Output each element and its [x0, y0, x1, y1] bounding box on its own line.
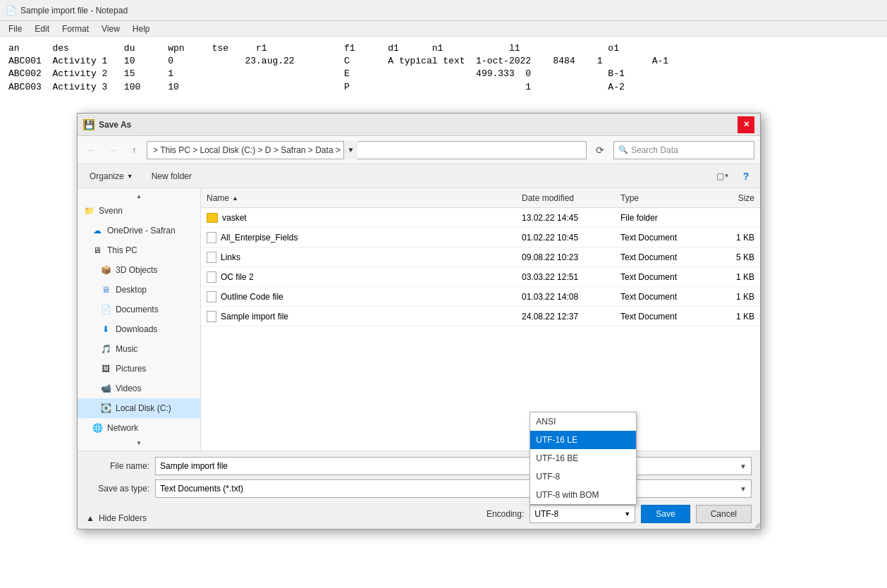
file-modified: 03.03.22 12:51	[522, 272, 620, 282]
file-row[interactable]: Sample import file 24.08.22 12:37 Text D…	[201, 307, 760, 326]
file-list: vasket 13.02.22 14:45 File folder All_En…	[201, 208, 760, 451]
encoding-option-utf8[interactable]: UTF-8	[530, 467, 636, 486]
search-placeholder: Search Data	[631, 145, 678, 155]
sort-arrow-icon: ▲	[232, 195, 238, 202]
file-size: 1 KB	[705, 233, 754, 243]
column-modified[interactable]: Date modified	[522, 193, 620, 203]
forward-button[interactable]: →	[104, 142, 121, 159]
sidebar-item-label: Network	[107, 423, 138, 433]
downloads-folder-icon: ⬇	[100, 324, 111, 335]
column-name[interactable]: Name ▲	[207, 193, 522, 203]
encoding-option-ansi[interactable]: ANSI	[530, 412, 636, 431]
dialog-icon: 💾	[83, 119, 94, 130]
file-modified: 01.03.22 14:08	[522, 292, 620, 302]
menu-format[interactable]: Format	[56, 23, 94, 35]
sidebar-item-3d-objects[interactable]: 📦 3D Objects	[78, 260, 200, 280]
encoding-option-utf16le[interactable]: UTF-16 LE	[530, 431, 636, 449]
sidebar-item-label: Documents	[116, 305, 159, 314]
disk-icon: 💽	[100, 403, 111, 414]
encoding-dropdown: ANSI UTF-16 LE UTF-16 BE UTF-8 UTF-8 wit…	[530, 412, 637, 505]
encoding-value: UTF-8	[534, 509, 558, 519]
sidebar-item-label: 3D Objects	[116, 265, 157, 275]
back-button[interactable]: ←	[83, 142, 100, 159]
sidebar-item-network[interactable]: 🌐 Network	[78, 418, 200, 438]
pictures-folder-icon: 🖼	[100, 363, 111, 374]
sidebar-item-label: Downloads	[116, 324, 157, 334]
column-type[interactable]: Type	[620, 193, 705, 203]
menu-help[interactable]: Help	[127, 23, 156, 35]
search-box[interactable]: 🔍 Search Data	[613, 141, 754, 159]
organize-button[interactable]: Organize ▼	[83, 168, 140, 185]
menu-file[interactable]: File	[3, 23, 27, 35]
file-type: Text Document	[620, 292, 705, 302]
help-button[interactable]: ?	[738, 168, 754, 185]
text-file-icon	[207, 291, 216, 302]
text-file-icon	[207, 311, 216, 322]
sidebar-item-onedrive[interactable]: ☁ OneDrive - Safran	[78, 221, 200, 240]
refresh-button[interactable]: ⟳	[591, 141, 609, 159]
sidebar-item-this-pc[interactable]: 🖥 This PC	[78, 240, 200, 260]
notepad-icon: 📄	[6, 6, 16, 16]
dialog-titlebar: 💾 Save As ✕	[78, 114, 760, 136]
dialog-close-button[interactable]: ✕	[738, 116, 754, 133]
filename-input[interactable]: Sample import file ▼	[155, 457, 752, 475]
encoding-container: UTF-8 ▼ ANSI UTF-16 LE UTF-16 BE UTF-8 U…	[530, 505, 635, 523]
view-button[interactable]: ▢ ▼	[714, 168, 732, 185]
file-row[interactable]: OC file 2 03.03.22 12:51 Text Document 1…	[201, 267, 760, 287]
file-type: File folder	[620, 213, 705, 223]
sidebar-item-documents[interactable]: 📄 Documents	[78, 300, 200, 319]
sidebar-item-videos[interactable]: 📹 Videos	[78, 379, 200, 398]
sidebar-scroll-up[interactable]: ▲	[78, 191, 200, 201]
resize-handle[interactable]: ⊿	[752, 520, 760, 529]
sidebar-item-pictures[interactable]: 🖼 Pictures	[78, 359, 200, 379]
encoding-select[interactable]: UTF-8 ▼	[530, 505, 635, 523]
organize-label: Organize	[90, 171, 124, 181]
menu-view[interactable]: View	[96, 23, 126, 35]
savetype-input[interactable]: Text Documents (*.txt) ▼	[155, 479, 752, 498]
file-size: 5 KB	[705, 252, 754, 262]
file-size: 1 KB	[705, 272, 754, 282]
file-row[interactable]: Outline Code file 01.03.22 14:08 Text Do…	[201, 287, 760, 307]
savetype-label: Save as type:	[86, 484, 149, 494]
hide-folders-chevron-icon: ▲	[86, 513, 94, 523]
file-name: Outline Code file	[221, 292, 283, 302]
new-folder-label: New folder	[152, 171, 192, 181]
sidebar: ▲ 📁 Svenn ☁ OneDrive - Safran 🖥 This PC …	[78, 188, 201, 451]
sidebar-item-label: Pictures	[116, 364, 146, 374]
path-dropdown-button[interactable]: ▼	[343, 141, 357, 159]
encoding-option-utf8bom[interactable]: UTF-8 with BOM	[530, 486, 636, 504]
file-row[interactable]: All_Enterpise_Fields 01.02.22 10:45 Text…	[201, 228, 760, 247]
hide-folders-button[interactable]: ▲ Hide Folders	[86, 510, 147, 523]
filename-row: File name: Sample import file ▼	[86, 457, 752, 475]
encoding-area: Encoding: UTF-8 ▼ ANSI UTF-16 LE UTF-16 …	[487, 505, 752, 523]
sidebar-item-svenn[interactable]: 📁 Svenn	[78, 201, 200, 221]
organize-chevron-icon: ▼	[127, 173, 133, 180]
column-size[interactable]: Size	[705, 193, 754, 203]
file-row[interactable]: Links 09.08.22 10:23 Text Document 5 KB	[201, 247, 760, 267]
menu-edit[interactable]: Edit	[29, 23, 55, 35]
savetype-dropdown-icon: ▼	[740, 485, 747, 493]
3d-folder-icon: 📦	[100, 264, 111, 276]
new-folder-button[interactable]: New folder	[145, 168, 198, 185]
network-icon: 🌐	[92, 422, 103, 434]
sidebar-item-local-disk[interactable]: 💽 Local Disk (C:)	[78, 398, 200, 418]
file-name: vasket	[222, 213, 247, 223]
view-dropdown-icon: ▼	[724, 173, 730, 179]
save-button[interactable]: Save	[641, 505, 690, 523]
cancel-button[interactable]: Cancel	[696, 505, 752, 523]
sidebar-item-desktop[interactable]: 🖥 Desktop	[78, 280, 200, 300]
file-row[interactable]: vasket 13.02.22 14:45 File folder	[201, 208, 760, 228]
sidebar-item-label: Local Disk (C:)	[116, 403, 171, 413]
up-button[interactable]: ↑	[126, 142, 142, 159]
sidebar-item-music[interactable]: 🎵 Music	[78, 339, 200, 359]
sidebar-item-downloads[interactable]: ⬇ Downloads	[78, 319, 200, 339]
file-type: Text Document	[620, 252, 705, 262]
file-modified: 13.02.22 14:45	[522, 213, 620, 223]
videos-folder-icon: 📹	[100, 383, 111, 394]
address-path[interactable]: > This PC > Local Disk (C:) > D > Safran…	[147, 141, 587, 159]
savetype-row: Save as type: Text Documents (*.txt) ▼	[86, 479, 752, 498]
desktop-folder-icon: 🖥	[100, 284, 111, 295]
encoding-option-utf16be[interactable]: UTF-16 BE	[530, 449, 636, 467]
file-size: 1 KB	[705, 312, 754, 321]
sidebar-scroll-down[interactable]: ▼	[78, 438, 200, 448]
